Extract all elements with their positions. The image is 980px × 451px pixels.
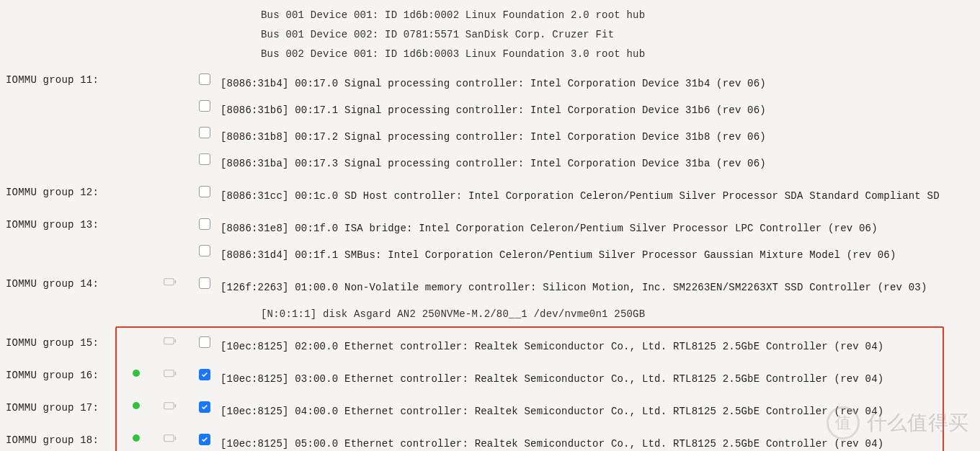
device-row: IOMMU group 17:[10ec:8125] 04:00.0 Ether… xyxy=(6,396,974,423)
device-icon-cell xyxy=(151,333,189,346)
iommu-group: IOMMU group 15:[10ec:8125] 02:00.0 Ether… xyxy=(6,329,974,361)
device-icon-cell xyxy=(151,123,189,128)
status-cell xyxy=(121,123,151,128)
status-cell xyxy=(121,241,151,246)
status-cell xyxy=(121,215,151,219)
iommu-group: IOMMU group 16:[10ec:8125] 03:00.0 Ether… xyxy=(6,361,974,393)
iommu-group: IOMMU group 12:[8086:31cc] 00:1c.0 SD Ho… xyxy=(6,178,974,210)
device-description: [8086:31cc] 00:1c.0 SD Host controller: … xyxy=(220,187,974,206)
group-label xyxy=(6,241,121,246)
group-label xyxy=(6,97,121,101)
bind-checkbox[interactable] xyxy=(199,434,210,445)
device-description: [8086:31e8] 00:1f.0 ISA bridge: Intel Co… xyxy=(220,219,974,238)
device-description: [10ec:8125] 05:00.0 Ethernet controller:… xyxy=(220,434,974,451)
device-icon-cell xyxy=(151,150,189,154)
device-row: IOMMU group 14:[126f:2263] 01:00.0 Non-V… xyxy=(6,272,974,299)
status-dot-icon xyxy=(133,370,140,377)
group-label: IOMMU group 13: xyxy=(6,215,121,231)
bind-checkbox[interactable] xyxy=(199,401,210,413)
svg-rect-5 xyxy=(175,372,177,375)
device-description: [8086:31b8] 00:17.2 Signal processing co… xyxy=(220,128,974,147)
status-cell xyxy=(121,150,151,154)
status-cell xyxy=(121,333,151,337)
iommu-group: IOMMU group 13:[8086:31e8] 00:1f.0 ISA b… xyxy=(6,210,974,269)
device-row: IOMMU group 18:[10ec:8125] 05:00.0 Ether… xyxy=(6,429,974,451)
device-row: IOMMU group 15:[10ec:8125] 02:00.0 Ether… xyxy=(6,331,974,358)
status-cell xyxy=(121,97,151,101)
status-cell xyxy=(121,274,151,278)
iommu-group: IOMMU group 17:[10ec:8125] 04:00.0 Ether… xyxy=(6,393,974,426)
group-label: IOMMU group 17: xyxy=(6,398,121,414)
device-description: [126f:2263] 01:00.0 Non-Volatile memory … xyxy=(220,278,974,298)
device-icon-cell xyxy=(151,70,189,74)
device-row: IOMMU group 11:[8086:31b4] 00:17.0 Signa… xyxy=(6,68,974,95)
device-description: [8086:31b4] 00:17.0 Signal processing co… xyxy=(220,74,974,94)
usb-sub-line: Bus 002 Device 001: ID 1d6b:0003 Linux F… xyxy=(220,45,974,64)
svg-rect-1 xyxy=(175,280,177,284)
device-icon-cell xyxy=(151,274,189,287)
svg-rect-3 xyxy=(175,339,177,343)
device-row: [8086:31b6] 00:17.1 Signal processing co… xyxy=(6,95,974,122)
device-row: [8086:31b8] 00:17.2 Signal processing co… xyxy=(6,122,974,148)
iommu-group: IOMMU group 18:[10ec:8125] 05:00.0 Ether… xyxy=(6,426,974,451)
bind-checkbox[interactable] xyxy=(199,336,210,348)
device-description: [8086:31ba] 00:17.3 Signal processing co… xyxy=(220,154,974,174)
status-cell xyxy=(121,365,151,377)
group-label: IOMMU group 18: xyxy=(6,430,121,446)
group-label: IOMMU group 15: xyxy=(6,333,121,349)
svg-rect-9 xyxy=(175,437,177,440)
svg-rect-0 xyxy=(164,279,174,285)
device-description: [10ec:8125] 03:00.0 Ethernet controller:… xyxy=(220,370,974,389)
device-icon xyxy=(164,337,177,346)
status-dot-icon xyxy=(133,434,140,442)
svg-rect-6 xyxy=(164,403,174,409)
group-label xyxy=(6,123,121,128)
iommu-group: IOMMU group 11:[8086:31b4] 00:17.0 Signa… xyxy=(6,66,974,178)
bind-checkbox[interactable] xyxy=(199,100,210,112)
bind-checkbox[interactable] xyxy=(199,218,210,230)
group-label: IOMMU group 16: xyxy=(6,365,121,381)
bind-checkbox[interactable] xyxy=(199,245,210,256)
device-description: [8086:31d4] 00:1f.1 SMBus: Intel Corpora… xyxy=(220,246,974,265)
device-description: [10ec:8125] 04:00.0 Ethernet controller:… xyxy=(220,402,974,421)
status-cell xyxy=(121,430,151,442)
group-label xyxy=(6,150,121,154)
bind-checkbox[interactable] xyxy=(199,186,210,197)
svg-rect-4 xyxy=(164,370,174,377)
status-cell xyxy=(121,182,151,187)
device-icon-cell xyxy=(151,365,189,378)
device-icon-cell xyxy=(151,430,189,443)
device-icon xyxy=(164,370,177,378)
device-icon xyxy=(164,278,177,287)
device-icon-cell xyxy=(151,182,189,187)
svg-rect-8 xyxy=(164,435,174,442)
iommu-group: IOMMU group 14:[126f:2263] 01:00.0 Non-V… xyxy=(6,269,974,329)
device-row: IOMMU group 13:[8086:31e8] 00:1f.0 ISA b… xyxy=(6,213,974,240)
device-icon xyxy=(164,402,177,411)
bind-checkbox[interactable] xyxy=(199,73,210,85)
bind-checkbox[interactable] xyxy=(199,127,210,138)
device-sub-line: [N:0:1:1] disk Asgard AN2 250NVMe-M.2/80… xyxy=(220,305,974,324)
bind-checkbox[interactable] xyxy=(199,369,210,380)
device-icon-cell xyxy=(151,241,189,246)
device-row: IOMMU group 16:[10ec:8125] 03:00.0 Ether… xyxy=(6,364,974,390)
device-description: [10ec:8125] 02:00.0 Ethernet controller:… xyxy=(220,337,974,357)
device-icon-cell xyxy=(151,97,189,101)
usb-sub-line: Bus 001 Device 001: ID 1d6b:0002 Linux F… xyxy=(220,6,974,25)
device-icon-cell xyxy=(151,215,189,219)
usb-sub-line: Bus 001 Device 002: ID 0781:5571 SanDisk… xyxy=(220,25,974,45)
device-row: [8086:31d4] 00:1f.1 SMBus: Intel Corpora… xyxy=(6,240,974,267)
status-dot-icon xyxy=(133,402,140,409)
device-description: [8086:31b6] 00:17.1 Signal processing co… xyxy=(220,101,974,120)
group-label: IOMMU group 12: xyxy=(6,182,121,198)
device-row: [8086:31ba] 00:17.3 Signal processing co… xyxy=(6,148,974,175)
device-icon-cell xyxy=(151,398,189,411)
device-icon xyxy=(164,434,177,443)
group-label: IOMMU group 14: xyxy=(6,274,121,290)
status-cell xyxy=(121,398,151,409)
group-label: IOMMU group 11: xyxy=(6,70,121,86)
bind-checkbox[interactable] xyxy=(199,277,210,289)
device-row: IOMMU group 12:[8086:31cc] 00:1c.0 SD Ho… xyxy=(6,181,974,207)
svg-rect-2 xyxy=(164,338,174,344)
bind-checkbox[interactable] xyxy=(199,153,210,165)
